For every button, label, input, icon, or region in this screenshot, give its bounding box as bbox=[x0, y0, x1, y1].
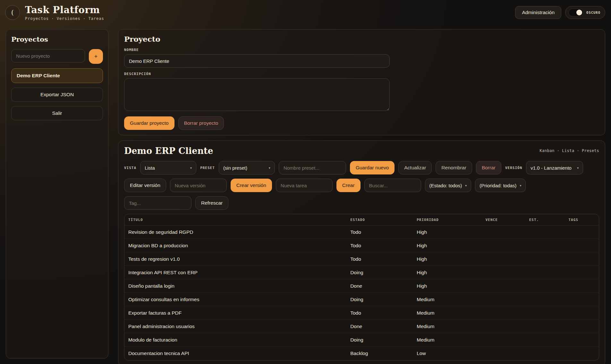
tag-filter-input[interactable] bbox=[124, 196, 191, 210]
edit-version-button[interactable]: Editar versión bbox=[124, 179, 166, 192]
version-select-value: v1.0 - Lanzamiento bbox=[530, 165, 572, 171]
new-task-input[interactable] bbox=[276, 179, 333, 192]
new-project-input[interactable] bbox=[11, 49, 85, 63]
preset-name-input[interactable] bbox=[279, 161, 346, 174]
save-project-button[interactable]: Guardar proyecto bbox=[124, 116, 174, 130]
rename-preset-button[interactable]: Renombrar bbox=[436, 161, 472, 174]
logout-button[interactable]: Salir bbox=[11, 106, 103, 120]
search-input[interactable] bbox=[364, 179, 421, 192]
cell-est bbox=[525, 347, 565, 360]
board-title: Demo ERP Cliente bbox=[124, 146, 213, 156]
cell-prioridad: High bbox=[413, 252, 481, 266]
cell-titulo: Documentacion tecnica API bbox=[124, 347, 346, 360]
vista-select[interactable]: Lista ▾ bbox=[140, 161, 196, 174]
cell-tags bbox=[564, 239, 599, 252]
column-header-prioridad: PRIORIDAD bbox=[413, 214, 481, 225]
title-block: Task Platform Proyectos · Versiones · Ta… bbox=[25, 4, 104, 21]
cell-estado: Todo bbox=[346, 225, 413, 239]
create-version-button[interactable]: Crear versión bbox=[231, 179, 272, 192]
chevron-down-icon: ▾ bbox=[465, 184, 467, 187]
main-column: Proyecto NOMBRE DESCRIPCIÓN Guardar proy… bbox=[118, 29, 605, 359]
app-subtitle: Proyectos · Versiones · Tareas bbox=[25, 16, 104, 21]
project-actions-row: Guardar proyecto Borrar proyecto bbox=[124, 116, 599, 130]
board-card: Demo ERP Cliente Kanban · Lista · Preset… bbox=[118, 140, 605, 364]
column-header-titulo: TÍTULO bbox=[124, 214, 346, 225]
name-label: NOMBRE bbox=[124, 48, 390, 52]
project-card-title: Proyecto bbox=[124, 35, 599, 43]
chevron-down-icon: ▾ bbox=[190, 166, 192, 170]
app-header: ( Task Platform Proyectos · Versiones · … bbox=[0, 0, 611, 25]
table-row[interactable]: Modulo de facturacionDoingMedium bbox=[124, 333, 599, 347]
sidebar-item-project[interactable]: Demo ERP Cliente bbox=[11, 68, 103, 83]
table-row[interactable]: Optimizar consultas en informesDoingMedi… bbox=[124, 293, 599, 306]
cell-titulo: Integracion API REST con ERP bbox=[124, 266, 346, 279]
cell-prioridad: Medium bbox=[413, 306, 481, 320]
version-select[interactable]: v1.0 - Lanzamiento ▾ bbox=[526, 161, 583, 174]
vista-label: VISTA bbox=[124, 166, 136, 170]
cell-titulo: Tests de regresion v1.0 bbox=[124, 252, 346, 266]
table-row[interactable]: Documentacion tecnica APIBacklogLow bbox=[124, 347, 599, 360]
cell-titulo: Diseño pantalla login bbox=[124, 279, 346, 293]
prioridad-filter-select[interactable]: (Prioridad: todas) ▾ bbox=[475, 179, 526, 192]
cell-est bbox=[525, 320, 565, 333]
cell-prioridad: Medium bbox=[413, 293, 481, 306]
cell-est bbox=[525, 279, 565, 293]
preset-label: PRESET bbox=[200, 166, 215, 170]
cell-tags bbox=[564, 225, 599, 239]
moon-icon: ( bbox=[11, 9, 14, 16]
project-name-input[interactable] bbox=[124, 54, 390, 68]
task-table: TÍTULO ESTADO PRIORIDAD VENCE EST. TAGS … bbox=[124, 214, 599, 360]
view-links[interactable]: Kanban · Lista · Presets bbox=[540, 146, 599, 153]
table-row[interactable]: Integracion API REST con ERPDoingHigh bbox=[124, 266, 599, 279]
board-head: Demo ERP Cliente Kanban · Lista · Preset… bbox=[124, 146, 599, 161]
new-project-row: + bbox=[11, 49, 103, 64]
cell-titulo: Modulo de facturacion bbox=[124, 333, 346, 347]
update-preset-button[interactable]: Actualizar bbox=[398, 161, 432, 174]
projects-sidebar: Proyectos + Demo ERP Cliente Exportar JS… bbox=[6, 29, 108, 359]
toggle-track[interactable] bbox=[569, 9, 583, 16]
chevron-down-icon: ▾ bbox=[577, 166, 579, 170]
cell-est bbox=[525, 225, 565, 239]
sidebar-title: Proyectos bbox=[11, 35, 103, 43]
task-table-body: Revision de seguridad RGPDTodoHighMigrac… bbox=[124, 225, 599, 360]
create-task-button[interactable]: Crear bbox=[336, 179, 361, 192]
table-row[interactable]: Panel administracion usuariosDoneMedium bbox=[124, 320, 599, 333]
preset-select[interactable]: (sin preset) ▾ bbox=[219, 161, 275, 174]
estado-filter-select[interactable]: (Estado: todos) ▾ bbox=[425, 179, 471, 192]
table-row[interactable]: Revision de seguridad RGPDTodoHigh bbox=[124, 225, 599, 239]
delete-project-button[interactable]: Borrar proyecto bbox=[178, 116, 224, 130]
project-description-textarea[interactable] bbox=[124, 78, 390, 111]
export-json-button[interactable]: Exportar JSON bbox=[11, 88, 103, 102]
cell-titulo: Panel administracion usuarios bbox=[124, 320, 346, 333]
cell-titulo: Optimizar consultas en informes bbox=[124, 293, 346, 306]
table-row[interactable]: Exportar facturas a PDFTodoMedium bbox=[124, 306, 599, 320]
cell-tags bbox=[564, 306, 599, 320]
toolbar-row-actions: Editar versión Crear versión Crear (Esta… bbox=[124, 179, 599, 192]
table-row[interactable]: Migracion BD a produccionTodoHigh bbox=[124, 239, 599, 252]
cell-estado: Doing bbox=[346, 333, 413, 347]
cell-tags bbox=[564, 333, 599, 347]
theme-toggle[interactable]: OSCURO bbox=[565, 6, 605, 19]
add-project-button[interactable]: + bbox=[89, 49, 103, 64]
table-row[interactable]: Diseño pantalla loginDoneHigh bbox=[124, 279, 599, 293]
preset-select-value: (sin preset) bbox=[223, 165, 247, 171]
cell-tags bbox=[564, 279, 599, 293]
cell-est bbox=[525, 239, 565, 252]
cell-vence bbox=[482, 239, 525, 252]
header-right: Administración OSCURO bbox=[515, 6, 605, 19]
delete-preset-button[interactable]: Borrar bbox=[476, 161, 501, 174]
cell-vence bbox=[482, 252, 525, 266]
cell-est bbox=[525, 293, 565, 306]
column-header-tags: TAGS bbox=[564, 214, 599, 225]
cell-prioridad: High bbox=[413, 279, 481, 293]
table-row[interactable]: Tests de regresion v1.0TodoHigh bbox=[124, 252, 599, 266]
cell-vence bbox=[482, 279, 525, 293]
app-title: Task Platform bbox=[25, 4, 104, 15]
cell-vence bbox=[482, 293, 525, 306]
cell-prioridad: Medium bbox=[413, 333, 481, 347]
admin-button[interactable]: Administración bbox=[515, 6, 561, 19]
theme-moon-button[interactable]: ( bbox=[5, 5, 20, 20]
refresh-button[interactable]: Refrescar bbox=[195, 196, 228, 210]
save-new-preset-button[interactable]: Guardar nuevo bbox=[350, 161, 395, 174]
new-version-input[interactable] bbox=[170, 179, 227, 192]
